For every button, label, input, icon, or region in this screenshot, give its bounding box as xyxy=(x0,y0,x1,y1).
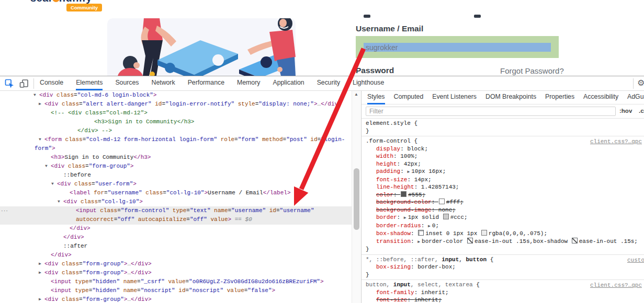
dom-tree-line[interactable]: ▼<div class="col-lg-10"> xyxy=(58,199,143,207)
css-declaration[interactable]: border-radius: ▶0; xyxy=(361,222,644,230)
device-toolbar-icon[interactable] xyxy=(19,78,29,89)
sidebar-tab-event-listeners[interactable]: Event Listeners xyxy=(432,91,477,104)
css-declaration[interactable]: width: 100%; xyxy=(361,153,644,160)
devtools-tab-network[interactable]: Network xyxy=(152,76,175,90)
tree-expand-arrow-icon: ▶ xyxy=(39,101,44,106)
dom-tree-line[interactable]: ▶<div class="form-group">…</div> xyxy=(39,270,152,278)
devtools-tab-lighthouse[interactable]: Lighthouse xyxy=(353,76,384,90)
cubic-bezier-icon xyxy=(467,238,473,243)
dom-tree-line[interactable]: ▶<div class="form-group">…</div> xyxy=(39,261,152,270)
css-declaration[interactable]: font-size: inherit; xyxy=(361,296,644,303)
devtools-tab-elements[interactable]: Elements xyxy=(76,76,103,90)
devtools-tab-sources[interactable]: Sources xyxy=(115,76,139,90)
dom-tree-line[interactable]: <input type="hidden" name="_csrf" value=… xyxy=(51,278,324,287)
devtools-tab-performance[interactable]: Performance xyxy=(188,76,224,90)
css-rule: .form-control {client.css?…qpcdisplay: b… xyxy=(361,136,644,255)
pseudo-state-toggle[interactable]: :hov xyxy=(619,108,632,114)
color-swatch-icon xyxy=(481,230,487,236)
css-declaration[interactable]: background-image: none; xyxy=(361,206,644,214)
tree-expand-arrow-icon: ▼ xyxy=(33,92,39,97)
elements-scrollbar[interactable]: ▲ xyxy=(352,91,360,303)
scrollbar-thumb[interactable] xyxy=(354,168,359,230)
css-declaration[interactable]: background-color: #fff; xyxy=(361,199,644,206)
css-selector[interactable]: *, ::before, ::after, input, button {cus… xyxy=(361,256,644,264)
css-declaration[interactable]: transition: ▶border-color ease-in-out .1… xyxy=(361,238,644,246)
puzzle-illustration-svg xyxy=(107,18,296,76)
css-rules-list: element.style {}.form-control {client.cs… xyxy=(361,119,644,303)
css-rule: element.style {} xyxy=(361,119,644,136)
css-declaration[interactable]: border: ▶1px solid #ccc; xyxy=(361,214,644,222)
dom-tree-line[interactable]: <!-- <div class="col-md-12"> xyxy=(51,110,148,119)
css-declaration[interactable]: box-sizing: border-box; xyxy=(361,263,644,271)
color-swatch-icon xyxy=(443,214,449,219)
css-selector[interactable]: element.style { xyxy=(361,120,644,127)
logo-wordmark: searchunify xyxy=(30,0,92,4)
sidebar-tab-computed[interactable]: Computed xyxy=(394,91,424,104)
sidebar-tab-properties[interactable]: Properties xyxy=(545,91,574,104)
value-expand-arrow-icon: ▶ xyxy=(428,224,431,228)
more-actions-dots[interactable]: ··· xyxy=(1,207,8,214)
cubic-bezier-icon xyxy=(572,238,578,243)
dom-tree-line[interactable]: ▼<div class="user-form"> xyxy=(51,181,137,190)
stylesheet-link[interactable]: client.css?…qpc xyxy=(590,138,642,146)
dom-tree-line[interactable]: ▼<div class="form-group"> xyxy=(45,163,133,172)
css-declaration[interactable]: line-height: 1.42857143; xyxy=(361,183,644,191)
dom-tree-line[interactable]: form"> xyxy=(35,145,55,154)
sidebar-tab-dom-breakpoints[interactable]: DOM Breakpoints xyxy=(485,91,536,104)
class-toggle[interactable]: .cls xyxy=(639,108,644,114)
dom-tree-line[interactable]: ▶<div class="alert alert-danger" id="log… xyxy=(39,101,342,110)
sidebar-tab-accessibility[interactable]: Accessibility xyxy=(583,91,618,104)
tree-expand-arrow-icon: ▼ xyxy=(39,137,44,142)
shadow-editor-icon xyxy=(418,230,424,236)
css-rule: button, input, select, textarea {client.… xyxy=(361,280,644,303)
devtools-tab-memory[interactable]: Memory xyxy=(237,76,260,90)
css-declaration[interactable]: padding: ▶10px 16px; xyxy=(361,168,644,176)
sidebar-tab-adguard[interactable]: AdGuard xyxy=(627,91,644,104)
clipped-heading-fragment xyxy=(474,15,481,18)
styles-filter-input[interactable] xyxy=(366,107,616,116)
css-declaration[interactable]: font-family: inherit; xyxy=(361,289,644,297)
password-label: Password xyxy=(356,66,394,75)
css-selector[interactable]: button, input, select, textarea {client.… xyxy=(361,281,644,289)
dom-tree-line[interactable]: </div> xyxy=(51,252,72,261)
dom-tree-line[interactable]: <input class="form-control" type="text" … xyxy=(76,207,314,216)
forgot-password-link[interactable]: Forgot Password? xyxy=(500,66,564,75)
toolbar-divider xyxy=(33,78,34,89)
site-logo: searchunify xyxy=(30,0,109,4)
dom-tree-line[interactable]: <label for="username" class="col-lg-10">… xyxy=(70,190,291,199)
css-rule-close-brace: } xyxy=(361,127,644,135)
dom-tree-line[interactable]: </div> xyxy=(63,234,84,243)
devtools-tab-console[interactable]: Console xyxy=(40,76,63,90)
dom-tree-line[interactable]: <input type="hidden" name="noscript" id=… xyxy=(51,287,275,296)
css-declaration[interactable]: display: block; xyxy=(361,145,644,153)
username-label: Username / Email xyxy=(356,24,423,33)
css-selector[interactable]: .form-control {client.css?…qpc xyxy=(361,137,644,145)
dom-tree-line[interactable]: <h3>Sign in to Community</h3> xyxy=(51,154,151,163)
dom-tree-line[interactable]: ▶<div class="form-group">…</div> xyxy=(39,296,152,303)
tree-expand-arrow-icon: ▼ xyxy=(58,199,63,204)
stylesheet-link[interactable]: custom-sty xyxy=(627,257,644,264)
stylesheet-link[interactable]: client.css?…qpc xyxy=(590,282,642,289)
dom-tree-line[interactable]: ▼<form class="col-md-12 form-horizontal … xyxy=(39,136,345,145)
dom-tree-line[interactable]: autocorrect="off" autocapitalize="off" v… xyxy=(76,216,252,225)
devtools-tab-application[interactable]: Application xyxy=(273,76,304,90)
dom-tree-line[interactable]: <h3>Sign in to Community</h3> xyxy=(94,119,194,127)
css-declaration[interactable]: height: 42px; xyxy=(361,160,644,168)
devtools-tab-security[interactable]: Security xyxy=(317,76,340,90)
inspect-element-icon[interactable] xyxy=(4,78,15,89)
dom-tree-line[interactable]: ::after xyxy=(63,243,87,252)
community-badge: Community xyxy=(66,4,102,11)
sidebar-tab-styles[interactable]: Styles xyxy=(367,91,385,104)
dom-tree-line[interactable]: ▼<div class="col-md-6 login-block"> xyxy=(33,92,156,101)
css-declaration[interactable]: box-shadow: inset 0 1px 1px rgba(0,0,0,.… xyxy=(361,230,644,238)
styles-filter-row: :hov .cls xyxy=(361,104,644,119)
value-expand-arrow-icon: ▶ xyxy=(404,215,406,220)
scroll-up-arrow-icon[interactable]: ▲ xyxy=(352,92,360,97)
css-declaration[interactable]: font-size: 14px; xyxy=(361,176,644,184)
settings-gear-icon[interactable]: ⚙ xyxy=(637,78,644,88)
dom-tree-line[interactable]: </div> --> xyxy=(77,127,112,136)
screenshot-root: searchunify Community xyxy=(0,0,644,303)
dom-tree-line[interactable]: </div> xyxy=(70,225,91,234)
css-declaration[interactable]: color: #555; xyxy=(361,191,644,199)
dom-tree-line[interactable]: ::before xyxy=(63,172,91,181)
